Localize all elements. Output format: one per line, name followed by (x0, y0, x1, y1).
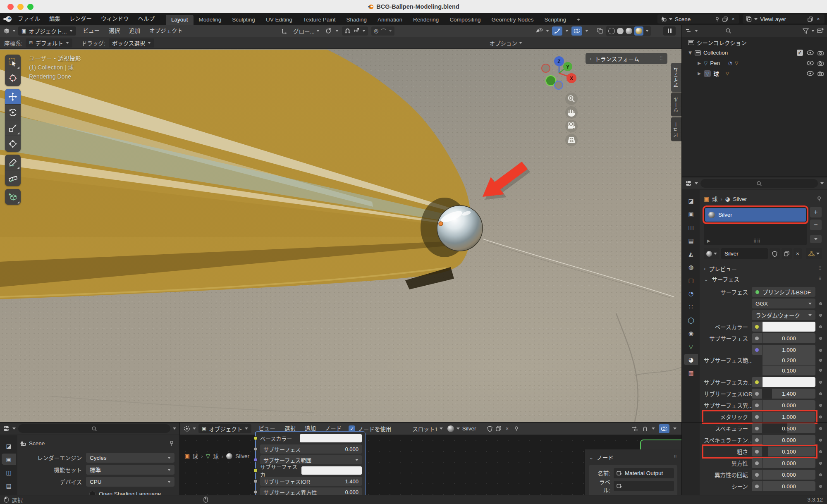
socket-button[interactable] (752, 345, 762, 355)
slider-サブサーフェス[interactable]: 0.000 (762, 333, 815, 343)
breadcrumb-object[interactable]: 球 (712, 195, 718, 203)
tool-properties-tab[interactable]: ◪ (684, 195, 698, 206)
osl-checkbox[interactable] (89, 491, 96, 495)
workspace-tab-modeling[interactable]: Modeling (194, 15, 227, 25)
object-properties-tab[interactable]: ▢ (684, 275, 698, 286)
animate-decorator[interactable] (819, 392, 822, 395)
shader-editor-icon[interactable] (184, 425, 190, 432)
animate-decorator[interactable] (819, 404, 822, 407)
workspace-tab-animation[interactable]: Animation (372, 15, 408, 25)
node-socket[interactable] (253, 468, 258, 473)
proportional-edit-icon[interactable]: ◎ (374, 28, 378, 34)
disclosure-triangle[interactable]: ▼ (688, 50, 692, 55)
overlays-toggle[interactable] (659, 424, 669, 433)
animate-decorator[interactable] (819, 416, 822, 418)
slider-スペキュラー[interactable]: 0.500 (762, 423, 815, 433)
workspace-tab-geometry-nodes[interactable]: Geometry Nodes (486, 15, 539, 25)
preview-panel-header[interactable]: ›プレビュー ⠿ (704, 263, 822, 274)
node-color-swatch[interactable] (300, 434, 362, 442)
render-visibility-camera-icon[interactable] (817, 61, 824, 66)
socket-button[interactable] (752, 389, 762, 399)
visibility-toggles-icon[interactable] (535, 28, 543, 34)
snap-controls[interactable] (342, 26, 368, 36)
select-GGX[interactable]: GGX (752, 299, 815, 308)
vector-component[interactable]: 1.000 (762, 345, 815, 355)
feature-set-select[interactable]: 標準 (86, 465, 174, 475)
rotate-tool-button[interactable] (5, 105, 21, 120)
socket-button[interactable] (752, 377, 762, 387)
slider-粗さ[interactable]: 0.100 (762, 447, 815, 456)
menu-選択[interactable]: 選択 (104, 25, 124, 37)
filter-funnel-icon[interactable] (803, 28, 809, 34)
properties-options-chevron[interactable] (820, 182, 824, 184)
animate-decorator[interactable] (819, 359, 822, 362)
animate-decorator[interactable] (819, 450, 822, 453)
scale-tool-button[interactable] (5, 120, 21, 136)
navigation-gizmo[interactable]: Z Y X (542, 56, 576, 89)
socket-button[interactable] (752, 423, 762, 433)
principled-bsdf-node[interactable]: ベースカラーサブサーフェス0.000サブサーフェス範囲サブサーフェスカサブサーフ… (255, 431, 366, 495)
surface-shader-button[interactable]: プリンシブルBSDF (752, 287, 815, 297)
sidebar-tab-ビュー[interactable]: ビュー (671, 117, 681, 141)
menu-ファイル[interactable]: ファイル (13, 13, 45, 25)
node-socket[interactable] (253, 447, 258, 451)
slider-サブサーフェスIOR[interactable]: 1.400 (762, 389, 815, 399)
disclosure-triangle[interactable]: ▶ (697, 61, 701, 65)
animate-decorator[interactable] (819, 473, 822, 476)
viewlayer-selector[interactable]: ViewLayer × (743, 14, 825, 24)
animate-decorator[interactable] (819, 349, 822, 352)
viewlayer-properties-tab[interactable]: ▤ (2, 480, 16, 491)
animate-decorator[interactable] (819, 381, 822, 384)
menu-追加[interactable]: 追加 (124, 25, 145, 37)
select-box-tool-button[interactable] (5, 55, 21, 70)
transform-panel-header[interactable]: › トランスフォーム ⠿ (586, 53, 667, 64)
render-visibility-camera-icon[interactable] (817, 71, 824, 76)
cursor-tool-button[interactable] (5, 70, 21, 86)
rendered-shading-active[interactable] (634, 26, 643, 36)
menu-ヘルプ[interactable]: ヘルプ (134, 13, 160, 25)
workspace-tab-rendering[interactable]: Rendering (408, 15, 444, 25)
annotate-tool-button[interactable] (5, 155, 21, 170)
wireframe-shading-icon[interactable] (608, 28, 615, 34)
workspace-tab-sculpting[interactable]: Sculpting (227, 15, 261, 25)
physics-properties-tab[interactable]: ◯ (684, 314, 698, 325)
node-color-swatch[interactable] (301, 466, 362, 475)
sidebar-tab-アイテム[interactable]: アイテム (671, 63, 681, 92)
pivot-point-icon[interactable] (325, 27, 332, 34)
color-swatch[interactable] (762, 377, 815, 387)
texture-properties-tab[interactable]: ▦ (684, 367, 698, 378)
browse-material-button[interactable] (704, 248, 719, 259)
node-arrange-icon[interactable] (632, 426, 638, 431)
device-select[interactable]: CPU (86, 477, 174, 487)
menu-オブジェクト[interactable]: オブジェクト (145, 25, 187, 37)
pan-button[interactable] (565, 106, 578, 119)
render-properties-tab[interactable]: ▣ (684, 208, 698, 220)
material-slot-list[interactable]: Silver ▶ ⣿⣿ (704, 207, 807, 245)
slot-expand-triangle[interactable]: ▶ (707, 239, 710, 243)
animate-decorator[interactable] (819, 462, 822, 465)
proportional-edit-controls[interactable]: ◎ ⌒ (371, 26, 394, 36)
slider-メタリック[interactable]: 1.000 (762, 412, 815, 422)
workspace-tab-scripting[interactable]: Scripting (539, 15, 571, 25)
socket-button[interactable] (752, 447, 762, 456)
snap-target-icon[interactable] (353, 28, 360, 34)
slot-specials-menu[interactable] (810, 235, 822, 243)
output-properties-tab[interactable]: ◫ (2, 467, 16, 478)
animate-decorator[interactable] (819, 485, 822, 488)
modifiers-properties-tab[interactable]: ◔ (684, 288, 698, 299)
material-nodes-button[interactable] (806, 248, 822, 259)
hide-eye-icon[interactable] (807, 50, 814, 55)
output-properties-tab[interactable]: ◫ (684, 222, 698, 233)
move-tool-button[interactable] (5, 89, 21, 105)
color-swatch[interactable] (762, 322, 815, 332)
material-properties-tab[interactable]: ◕ (684, 354, 698, 365)
measure-tool-button[interactable] (5, 170, 21, 186)
zoom-window-button[interactable] (27, 4, 33, 10)
socket-button[interactable] (752, 458, 762, 468)
pivot-dropdown-chevron[interactable] (335, 30, 339, 32)
new-collection-icon[interactable] (817, 28, 824, 34)
fake-user-shield-icon[interactable] (487, 426, 492, 432)
slider-異方性の回転[interactable]: 0.000 (762, 470, 815, 480)
collection-row[interactable]: ▼ Collection ✓ (682, 48, 827, 58)
node-socket[interactable] (253, 458, 258, 462)
